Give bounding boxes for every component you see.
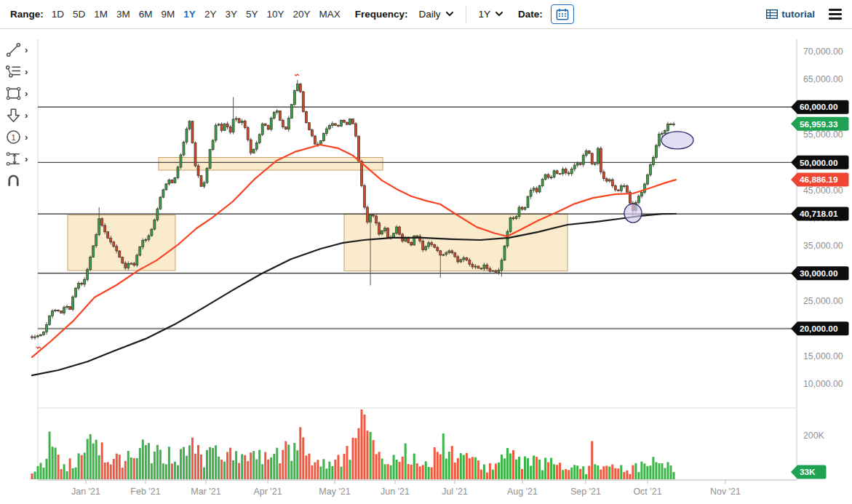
- x-axis-label: Jun '21: [381, 487, 410, 497]
- x-axis-label: Feb '21: [130, 487, 160, 497]
- tutorial-video-icon: [766, 9, 778, 19]
- y-axis-label: 10,000.00: [803, 379, 843, 389]
- event-marker-1: [295, 74, 299, 76]
- x-axis-label: Oct '21: [633, 487, 661, 497]
- range-label: Range:: [10, 9, 44, 20]
- range-option-max[interactable]: MAX: [319, 9, 340, 20]
- chevron-right-icon: ›: [25, 154, 28, 164]
- ellipse-annotation-1[interactable]: [624, 204, 642, 223]
- price-badge-3000000: 30,000.00: [791, 266, 849, 280]
- svg-text:60,000.00: 60,000.00: [800, 102, 838, 112]
- calendar-icon: [556, 8, 569, 20]
- price-badge-5695933: 56,959.33: [791, 117, 849, 131]
- tutorial-link[interactable]: tutorial: [766, 9, 815, 20]
- ellipse-annotation-2[interactable]: [661, 132, 693, 149]
- y-axis-label: 65,000.00: [803, 74, 843, 84]
- fibonacci-tool[interactable]: ›: [4, 60, 36, 82]
- range-option-5y[interactable]: 5Y: [246, 9, 258, 20]
- number-annotation-tool[interactable]: 1›: [4, 126, 36, 148]
- measure-tool[interactable]: ›: [4, 148, 36, 169]
- frequency-value: Daily: [419, 9, 441, 20]
- volume-axis-label: 200K: [803, 431, 825, 441]
- svg-text:30,000.00: 30,000.00: [800, 268, 838, 279]
- event-marker-2: [36, 347, 41, 348]
- range-option-3y[interactable]: 3Y: [225, 9, 237, 20]
- range-option-9m[interactable]: 9M: [162, 9, 175, 20]
- range-option-20y[interactable]: 20Y: [292, 9, 310, 20]
- y-axis-label: 35,000.00: [803, 241, 843, 251]
- drawing-toolbar: ››››1››: [4, 39, 36, 191]
- chevron-down-icon: [495, 12, 503, 17]
- trendline-tool[interactable]: ›: [4, 39, 36, 60]
- x-axis-label: Jul '21: [442, 487, 468, 497]
- x-axis-label: Sep '21: [570, 487, 601, 497]
- x-axis-label: Nov '21: [710, 487, 741, 497]
- candlesticks: [31, 80, 675, 340]
- svg-text:1: 1: [11, 132, 15, 141]
- volume-bars: [31, 409, 675, 479]
- y-axis-label: 25,000.00: [803, 296, 843, 306]
- range-option-1m[interactable]: 1M: [94, 9, 108, 20]
- magnet-tool[interactable]: [4, 169, 36, 191]
- chevron-right-icon: ›: [25, 111, 28, 120]
- chevron-down-icon: [446, 12, 453, 17]
- y-axis-label: 15,000.00: [803, 351, 843, 361]
- chart-stage: Jan '21Feb '21Mar '21Apr '21May '21Jun '…: [0, 29, 852, 503]
- chevron-right-icon: ›: [25, 89, 28, 98]
- y-axis-label: 45,000.00: [803, 185, 843, 196]
- price-badge-5000000: 50,000.00: [791, 156, 849, 169]
- svg-text:50,000.00: 50,000.00: [800, 158, 838, 168]
- frequency-dropdown[interactable]: Daily: [416, 7, 456, 21]
- svg-text:46,886.19: 46,886.19: [800, 175, 838, 185]
- chevron-right-icon: ›: [25, 45, 28, 55]
- menu-button[interactable]: [827, 6, 843, 22]
- svg-text:40,718.01: 40,718.01: [800, 209, 838, 219]
- x-axis-label: Jan '21: [71, 487, 100, 497]
- range-option-3m[interactable]: 3M: [116, 9, 130, 20]
- x-axis-label: Mar '21: [191, 487, 220, 497]
- range-option-6m[interactable]: 6M: [139, 9, 153, 20]
- price-badge-4071801: 40,718.01: [791, 207, 849, 221]
- chevron-right-icon: ›: [25, 132, 28, 142]
- secondary-range-value: 1Y: [479, 9, 491, 20]
- date-label: Date:: [518, 9, 543, 20]
- y-axis-label: 55,000.00: [803, 129, 843, 140]
- x-axis-label: Aug '21: [507, 487, 538, 497]
- price-badge-4688619: 46,886.19: [791, 173, 849, 187]
- range-option-10y[interactable]: 10Y: [266, 9, 284, 20]
- range-option-5d[interactable]: 5D: [73, 9, 85, 20]
- toolbar-divider: [466, 6, 466, 23]
- svg-text:20,000.00: 20,000.00: [800, 324, 838, 334]
- shapes-tool[interactable]: ›: [4, 82, 36, 104]
- date-picker-button[interactable]: [551, 4, 574, 24]
- arrow-annotation-tool[interactable]: ›: [4, 104, 36, 126]
- range-option-1y[interactable]: 1Y: [183, 9, 196, 20]
- y-axis-label: 70,000.00: [803, 47, 843, 57]
- svg-text:56,959.33: 56,959.33: [800, 119, 838, 129]
- volume-badge: 33K: [791, 465, 827, 479]
- price-badge-2000000: 20,000.00: [791, 321, 849, 335]
- secondary-range-dropdown[interactable]: 1Y: [476, 7, 506, 21]
- menu-icon: [829, 9, 842, 11]
- svg-text:33K: 33K: [800, 467, 816, 477]
- range-options: 1D5D1M3M6M9M1Y2Y3Y5Y10Y20YMAX: [52, 9, 341, 20]
- top-toolbar: Range: 1D5D1M3M6M9M1Y2Y3Y5Y10Y20YMAX Fre…: [0, 0, 852, 29]
- range-option-2y[interactable]: 2Y: [204, 9, 217, 20]
- chevron-right-icon: ›: [25, 67, 28, 76]
- range-option-1d[interactable]: 1D: [52, 9, 64, 20]
- x-axis-label: Apr '21: [253, 487, 282, 497]
- frequency-label: Frequency:: [355, 9, 408, 20]
- chart-canvas[interactable]: Jan '21Feb '21Mar '21Apr '21May '21Jun '…: [0, 29, 852, 503]
- highlight-zone-2[interactable]: [159, 157, 383, 170]
- tutorial-label: tutorial: [781, 9, 815, 20]
- price-badge-6000000: 60,000.00: [791, 100, 849, 114]
- x-axis-label: May '21: [319, 487, 350, 497]
